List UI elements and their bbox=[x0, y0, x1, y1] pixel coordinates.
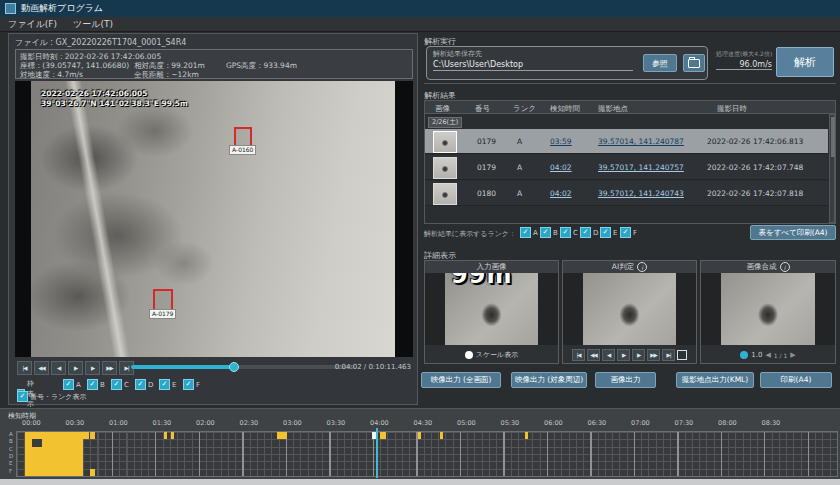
prev-frame-icon[interactable]: ◀ bbox=[51, 361, 66, 375]
checkbox-icon[interactable]: ✓ bbox=[63, 379, 74, 390]
radio-icon[interactable] bbox=[465, 351, 473, 359]
timeline-tick: 03:30 bbox=[327, 419, 346, 427]
checkbox-icon[interactable]: ✓ bbox=[600, 227, 611, 238]
prev-frame-icon[interactable]: ◀ bbox=[765, 351, 770, 359]
timeline-detection-block[interactable] bbox=[380, 432, 386, 439]
timeline-tick: 00:00 bbox=[22, 419, 41, 427]
table-row[interactable]: 0180 A 04:02 39.57012, 141.240743 2022-0… bbox=[425, 181, 828, 206]
fast-forward-icon[interactable]: ▶▶ bbox=[102, 361, 117, 375]
seek-slider-handle[interactable] bbox=[229, 362, 239, 372]
play-icon[interactable]: ▶ bbox=[68, 361, 83, 375]
menu-item-0[interactable]: ファイル(F) bbox=[8, 18, 57, 31]
checkbox-icon[interactable]: ✓ bbox=[183, 379, 194, 390]
frame-filter-F[interactable]: ✓F bbox=[183, 379, 200, 390]
output-button-2[interactable]: 画像出力 bbox=[595, 372, 656, 388]
seek-slider[interactable] bbox=[131, 365, 355, 369]
next-frame-icon[interactable]: ▶ bbox=[632, 349, 645, 361]
app-window: 動画解析プログラム ファイル(F)ツール(T) ファイル : GX_202202… bbox=[0, 0, 840, 485]
timeline-detection-block[interactable] bbox=[164, 432, 167, 439]
time-link[interactable]: 04:02 bbox=[550, 189, 572, 198]
checkbox-icon[interactable]: ✓ bbox=[520, 227, 531, 238]
rank-filter-E[interactable]: ✓E bbox=[600, 227, 617, 238]
rank-filter-F[interactable]: ✓F bbox=[620, 227, 637, 238]
table-row[interactable]: 0179 A 03:59 39.57014, 141.240787 2022-0… bbox=[425, 129, 828, 154]
output-button-4[interactable]: 印刷(A4) bbox=[760, 372, 832, 388]
play-icon[interactable]: ▶ bbox=[617, 349, 630, 361]
timeline-playhead[interactable] bbox=[376, 428, 378, 478]
frame-filter-B[interactable]: ✓B bbox=[87, 379, 105, 390]
checkbox-label: A bbox=[76, 381, 81, 389]
video-viewport[interactable]: 2022-02-26 17:42:06.005 39°03'26.7"N 141… bbox=[15, 81, 413, 357]
ground-speed: 対地速度 : 4.7m/s bbox=[20, 70, 83, 80]
checkbox-label: C bbox=[124, 381, 129, 389]
timeline-detection-block[interactable] bbox=[440, 432, 443, 439]
location-link[interactable]: 39.57012, 141.240743 bbox=[598, 189, 684, 198]
skip-end-icon[interactable]: ▶| bbox=[662, 349, 675, 361]
checkbox-icon[interactable]: ✓ bbox=[540, 227, 551, 238]
prev-frame-icon[interactable]: ◀ bbox=[602, 349, 615, 361]
detection-tag-2: A-0179 bbox=[149, 309, 176, 319]
fast-forward-icon[interactable]: ▶▶ bbox=[647, 349, 660, 361]
results-table-header: 画像 番号 ランク 検知時間 撮影地点 撮影日時 bbox=[425, 101, 835, 114]
rank-filter-B[interactable]: ✓B bbox=[540, 227, 558, 238]
print-all-button[interactable]: 表をすべて印刷(A4) bbox=[750, 225, 836, 240]
checkbox-icon[interactable]: ✓ bbox=[111, 379, 122, 390]
fullscreen-icon[interactable] bbox=[677, 350, 687, 360]
detection-box-2[interactable] bbox=[153, 289, 173, 311]
run-analysis-button[interactable]: 解析 bbox=[776, 47, 834, 77]
time-link[interactable]: 04:02 bbox=[550, 163, 572, 172]
frame-filter-C[interactable]: ✓C bbox=[111, 379, 129, 390]
next-frame-icon[interactable]: ▶ bbox=[790, 351, 795, 359]
rewind-icon[interactable]: ◀◀ bbox=[587, 349, 600, 361]
output-button-3[interactable]: 撮影地点出力(KML) bbox=[676, 372, 754, 388]
save-path-input[interactable]: C:\Users\User\Desktop bbox=[433, 60, 633, 71]
frame-filter-E[interactable]: ✓E bbox=[159, 379, 176, 390]
menu-item-1[interactable]: ツール(T) bbox=[73, 18, 113, 31]
frame-filter-D[interactable]: ✓D bbox=[135, 379, 153, 390]
table-row[interactable]: 0179 A 04:02 39.57017, 141.240757 2022-0… bbox=[425, 155, 828, 180]
next-frame-icon[interactable]: ▶ bbox=[85, 361, 100, 375]
timeline-detection-block[interactable] bbox=[90, 469, 94, 476]
video-overlay-timestamp: 2022-02-26 17:42:06.005 bbox=[41, 89, 147, 98]
timeline-detection-block[interactable] bbox=[171, 432, 174, 439]
rank-filter-D[interactable]: ✓D bbox=[580, 227, 598, 238]
timeline-tick: 06:00 bbox=[544, 419, 563, 427]
checkbox-icon[interactable]: ✓ bbox=[159, 379, 170, 390]
scale-toggle[interactable]: スケール表示 bbox=[425, 347, 558, 363]
checkbox-icon[interactable]: ✓ bbox=[580, 227, 591, 238]
checkbox-icon[interactable]: ✓ bbox=[87, 379, 98, 390]
rank-filter-A[interactable]: ✓A bbox=[520, 227, 538, 238]
detection-box-1[interactable] bbox=[234, 127, 252, 147]
timeline-detection-block[interactable] bbox=[525, 432, 528, 439]
seek-slider-fill bbox=[131, 365, 234, 369]
open-folder-button[interactable] bbox=[683, 54, 705, 72]
timeline-grid[interactable] bbox=[16, 431, 838, 477]
location-link[interactable]: 39.57017, 141.240757 bbox=[598, 163, 684, 172]
toggle-icon[interactable] bbox=[740, 351, 748, 359]
timeline-detection-block[interactable] bbox=[32, 439, 42, 446]
output-button-0[interactable]: 映像出力 (全画面) bbox=[421, 372, 501, 388]
rewind-icon[interactable]: ◀◀ bbox=[34, 361, 49, 375]
location-link[interactable]: 39.57014, 141.240787 bbox=[598, 137, 684, 146]
timeline-detection-block[interactable] bbox=[90, 432, 94, 439]
checkbox-icon[interactable]: ✓ bbox=[620, 227, 631, 238]
skip-start-icon[interactable]: |◀ bbox=[572, 349, 585, 361]
time-link[interactable]: 03:59 bbox=[550, 137, 572, 146]
info-icon[interactable]: i bbox=[780, 262, 790, 272]
checkbox-icon[interactable]: ✓ bbox=[17, 391, 28, 402]
table-scrollbar[interactable] bbox=[829, 114, 835, 223]
skip-start-icon[interactable]: |◀ bbox=[17, 361, 32, 375]
checkbox-icon[interactable]: ✓ bbox=[560, 227, 571, 238]
checkbox-icon[interactable]: ✓ bbox=[135, 379, 146, 390]
timeline-detection-block[interactable] bbox=[25, 432, 89, 439]
table-scrollbar-thumb[interactable] bbox=[831, 117, 835, 157]
zoom-scale-value: 1.0 bbox=[751, 351, 762, 359]
frame-filter-A[interactable]: ✓A bbox=[63, 379, 81, 390]
number-rank-toggle[interactable]: ✓ 番号・ランク表示 bbox=[17, 391, 87, 402]
browse-button[interactable]: 参照 bbox=[643, 54, 677, 72]
info-icon[interactable]: i bbox=[637, 262, 647, 272]
timeline-detection-block[interactable] bbox=[418, 432, 421, 439]
rank-filter-C[interactable]: ✓C bbox=[560, 227, 578, 238]
output-button-1[interactable]: 映像出力 (対象周辺) bbox=[511, 372, 587, 388]
timeline-detection-block[interactable] bbox=[277, 432, 287, 439]
